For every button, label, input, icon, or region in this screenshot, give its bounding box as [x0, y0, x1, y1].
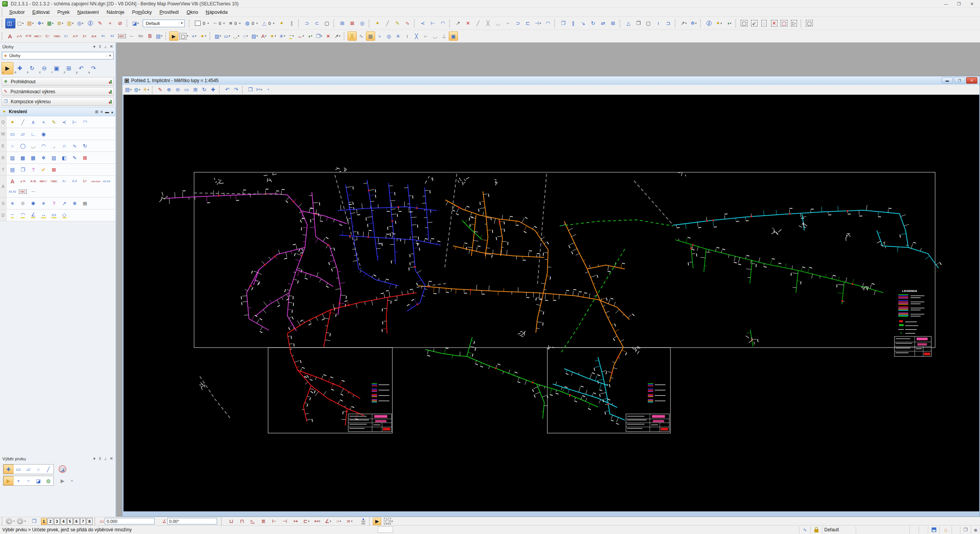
view-toggle-3[interactable]: 3: [54, 518, 60, 525]
copy-view-button[interactable]: ❐: [246, 86, 255, 94]
dimension-element-button[interactable]: ↔▾: [296, 31, 305, 41]
chevron-down-icon[interactable]: ▼: [24, 520, 26, 522]
dim-size-stroke-button[interactable]: ⊓: [238, 518, 246, 525]
menu-prvek[interactable]: Prvek: [54, 8, 74, 16]
scale-element-button[interactable]: ↘: [578, 18, 588, 28]
rotate-element-button[interactable]: ↻: [588, 18, 598, 28]
fitted-text-button[interactable]: ABC: [117, 31, 127, 41]
match-pattern-attributes-button[interactable]: ◧: [59, 153, 69, 163]
element-selection-bottom-button[interactable]: ▶: [373, 518, 381, 525]
view-next-button[interactable]: ↷: [232, 86, 240, 94]
dimension-ordinate-button[interactable]: ▭: [49, 210, 59, 221]
place-note-a-button[interactable]: ↙A: [18, 176, 28, 186]
move-element2-button[interactable]: ↗▾: [333, 31, 342, 41]
attach-tags-button[interactable]: ▤▾: [250, 31, 259, 41]
accusnap-off-button[interactable]: ⊘: [115, 18, 125, 28]
view-toggle-1[interactable]: 1: [41, 518, 47, 525]
construct-intersection-button[interactable]: ╳: [483, 18, 493, 28]
pin-icon[interactable]: ⊥: [104, 457, 107, 461]
active-line-weight-combobox[interactable]: ≡0▾: [228, 20, 242, 27]
place-bspline-curve-button[interactable]: ∿: [69, 141, 80, 151]
construct-line-button[interactable]: ╱: [473, 18, 483, 28]
element-info-popup-button[interactable]: i: [704, 18, 714, 28]
move-element-button[interactable]: ↗: [453, 18, 463, 28]
copy-tags-button[interactable]: ❐: [18, 165, 28, 175]
dim-back-button[interactable]: ↤▾: [313, 518, 321, 525]
place-fence-button[interactable]: ▢: [739, 18, 749, 28]
restore-button[interactable]: ❐: [952, 0, 965, 8]
active-model-cell[interactable]: Default: [822, 526, 856, 534]
view-toggle-8[interactable]: 8: [87, 518, 92, 525]
place-line-button[interactable]: ╱: [382, 18, 392, 28]
view-next-task-button[interactable]: ↷á: [87, 62, 99, 74]
view-navigation-button[interactable]: ◔: [264, 86, 272, 94]
construct-arc-center-button[interactable]: ◠: [38, 141, 49, 151]
mode-new-button[interactable]: ▶: [3, 476, 13, 485]
pan-view-button[interactable]: ✚: [209, 86, 217, 94]
create-complex-chain-button[interactable]: ⊃: [302, 18, 312, 28]
display-text-attributes-a-button[interactable]: ?ABC: [49, 176, 59, 186]
section-2-header[interactable]: ❐Kompozice výkresu: [2, 97, 114, 106]
place-regular-polygon-button[interactable]: ◉: [38, 129, 49, 139]
bold-text-button[interactable]: B: [145, 31, 155, 41]
section-1-header[interactable]: ✎Poznámkovací výkres: [2, 87, 114, 96]
view-previous-nav-button[interactable]: ◀: [6, 518, 12, 524]
dim-match-settings-button[interactable]: ⊢: [270, 518, 278, 525]
dim-update-button[interactable]: ⊣: [281, 518, 289, 525]
mode-subtract-button[interactable]: −: [23, 476, 33, 485]
view-restore-button[interactable]: ❐: [954, 77, 965, 84]
dim-stacked-button[interactable]: ⊏▾: [302, 518, 311, 525]
window-area-button[interactable]: ▭: [182, 86, 191, 94]
markup-button[interactable]: ✎: [95, 18, 105, 28]
spell-checker-a-button[interactable]: ABC✓: [38, 176, 49, 186]
construct-min-distance-q-button[interactable]: ⊢: [69, 117, 80, 127]
change-text-attributes-a-button[interactable]: A↗: [69, 176, 80, 186]
active-transparency-combobox[interactable]: △0▾: [261, 20, 276, 27]
place-text-button[interactable]: A: [5, 31, 15, 41]
review-tags-button[interactable]: ?: [28, 165, 38, 175]
dim-size-arrow-button[interactable]: ⊔: [227, 518, 236, 525]
view-toggles-button[interactable]: ❐: [30, 518, 38, 525]
isometric-grid-button[interactable]: ◎: [357, 18, 367, 28]
fit-view-button[interactable]: ⊞: [191, 86, 200, 94]
attach-tags-t-button[interactable]: ▤: [7, 165, 18, 175]
dim-limits-button[interactable]: ≍▾: [345, 518, 354, 525]
place-note-button[interactable]: ↙A: [15, 31, 24, 41]
layout-view-icon[interactable]: ⊞: [95, 110, 98, 114]
field-function-button[interactable]: f(x): [136, 31, 145, 41]
perpendicular-button[interactable]: ⊥: [440, 31, 449, 41]
identify-cell-button[interactable]: ?: [49, 198, 59, 209]
mirror-element-button[interactable]: ⇄: [598, 18, 608, 28]
fitted-text-a-button[interactable]: ABC: [18, 186, 28, 197]
method-line-button[interactable]: ╱: [43, 465, 53, 474]
section-0-header[interactable]: ❖Prohlédnout: [2, 77, 114, 86]
menu-napoveda[interactable]: Nápověda: [202, 8, 231, 16]
menu-nastaveni[interactable]: Nastavení: [73, 8, 102, 16]
change-text-attributes-button[interactable]: A↗: [71, 31, 80, 41]
pin-icon[interactable]: ⊥: [104, 45, 107, 49]
define-cell-origin-button[interactable]: ✳: [38, 198, 49, 209]
copy-increment-text-button[interactable]: C↑: [43, 31, 52, 41]
insert-vertex-button[interactable]: ∿: [357, 31, 366, 41]
place-text-node-button[interactable]: 1+: [80, 31, 89, 41]
place-arc-button[interactable]: ◡▾: [232, 31, 241, 41]
crosshatch-area-button[interactable]: ▩: [18, 153, 28, 163]
menu-okno[interactable]: Okno: [183, 8, 202, 16]
linear-pattern-button[interactable]: ❄: [38, 153, 49, 163]
pattern-area-button[interactable]: ▦: [28, 153, 38, 163]
close-button[interactable]: ✕: [965, 0, 978, 8]
copy-enter-data-field-button[interactable]: A1: [99, 31, 108, 41]
dim-location-button[interactable]: ◺: [249, 518, 257, 525]
raster-manager-button[interactable]: ▦▾: [45, 18, 55, 28]
dimension-misc-button[interactable]: ◇: [59, 210, 69, 221]
select-by-attributes-button[interactable]: ▢: [643, 18, 653, 28]
drop-complex-button[interactable]: ▢: [322, 18, 332, 28]
method-circle-button[interactable]: ○: [33, 465, 43, 474]
close-icon[interactable]: ✕: [110, 44, 113, 49]
show-pattern-attributes-button[interactable]: ▧: [49, 153, 59, 163]
toolbar-grip[interactable]: [2, 518, 4, 525]
sketch-button[interactable]: ✎: [392, 18, 402, 28]
freehand-curve-button[interactable]: ∿: [402, 18, 412, 28]
view-toggle-7[interactable]: 7: [80, 518, 86, 525]
minimize-button[interactable]: —: [939, 0, 952, 8]
